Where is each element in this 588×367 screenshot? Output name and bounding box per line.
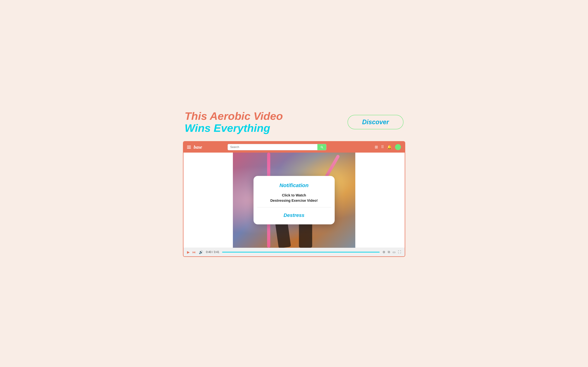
search-button[interactable]: [317, 144, 326, 150]
bell-icon[interactable]: 🔔: [387, 145, 392, 150]
controls-right: ⚙ ⧉ ▭ ⛶: [382, 250, 401, 254]
navbar: base ⊞ ⠿ 🔔: [183, 142, 405, 153]
modal-action-button[interactable]: Destress: [284, 212, 304, 218]
modal-body: Click to Watch Destressing Exercise Vide…: [260, 192, 328, 203]
modal-top: Notification Click to Watch Destressing …: [253, 176, 335, 207]
sidebar-right: [355, 153, 405, 248]
notification-modal: Notification Click to Watch Destressing …: [253, 176, 335, 225]
top-section: This Aerobic Video Wins Everything Disco…: [183, 110, 405, 134]
grid-icon[interactable]: ⠿: [381, 145, 384, 150]
sidebar-left: [183, 153, 233, 248]
page-wrapper: This Aerobic Video Wins Everything Disco…: [183, 110, 405, 257]
modal-bottom[interactable]: Destress: [253, 208, 335, 225]
content-area: Notification Click to Watch Destressing …: [183, 153, 405, 248]
video-controls: ▶ ⏭ 🔊 0:40 / 3:41 ⚙ ⧉ ▭ ⛶: [183, 248, 405, 256]
search-bar: [228, 144, 326, 150]
title-line1: This Aerobic Video: [185, 110, 283, 122]
browser-window: base ⊞ ⠿ 🔔: [183, 141, 405, 257]
app-logo: base: [194, 144, 202, 150]
video-section[interactable]: Notification Click to Watch Destressing …: [233, 153, 355, 248]
progress-bar[interactable]: [222, 252, 380, 252]
search-input[interactable]: [228, 144, 317, 150]
volume-button[interactable]: 🔊: [199, 250, 203, 254]
play-button[interactable]: ▶: [187, 250, 190, 254]
discover-button[interactable]: Discover: [347, 115, 403, 129]
modal-body-line1: Click to Watch: [282, 193, 306, 197]
search-icon: [320, 146, 323, 149]
settings-icon[interactable]: ⚙: [382, 250, 385, 254]
hamburger-menu-icon[interactable]: [187, 146, 191, 149]
video-background: Notification Click to Watch Destressing …: [233, 153, 355, 248]
theater-icon[interactable]: ▭: [393, 250, 396, 254]
next-button[interactable]: ⏭: [192, 250, 196, 254]
title-line2: Wins Everything: [185, 122, 283, 134]
video-icon[interactable]: ⊞: [375, 145, 378, 150]
navbar-right: ⊞ ⠿ 🔔: [375, 144, 401, 150]
user-avatar[interactable]: [395, 144, 401, 150]
modal-title: Notification: [260, 182, 328, 188]
pip-icon[interactable]: ⧉: [388, 250, 390, 254]
time-display: 0:40 / 3:41: [206, 250, 219, 254]
modal-body-line2: Destressing Exercise Video!: [270, 199, 318, 202]
title-block: This Aerobic Video Wins Everything: [185, 110, 283, 134]
fullscreen-icon[interactable]: ⛶: [398, 250, 401, 254]
